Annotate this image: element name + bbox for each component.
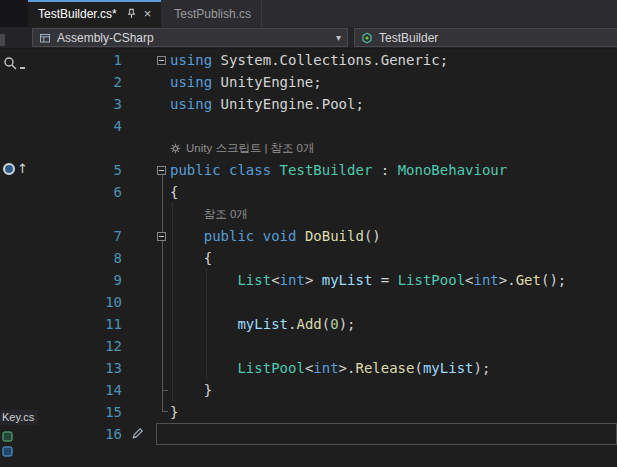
line-number[interactable]: 1	[28, 49, 128, 71]
glyph-margin	[0, 379, 28, 401]
gutter-gap	[128, 379, 156, 401]
code-line[interactable]: public class TestBuilder : MonoBehaviour	[170, 159, 617, 181]
close-icon[interactable]: ×	[144, 7, 152, 20]
glyph-margin	[0, 203, 28, 225]
glyph-margin	[0, 247, 28, 269]
line-number[interactable]: 4	[28, 115, 128, 137]
codelens-references-link[interactable]: 참조 0개	[270, 137, 314, 159]
code-row-11: 11 myList.Add(0);	[0, 313, 617, 335]
line-number[interactable]: 8	[28, 247, 128, 269]
gutter-gap	[128, 181, 156, 203]
gutter-gap	[128, 71, 156, 93]
line-body: public class TestBuilder : MonoBehaviour	[156, 159, 617, 181]
line-number[interactable]: 10	[28, 291, 128, 313]
code-row-9: 9 List<int> myList = ListPool<int>.Get()…	[0, 269, 617, 291]
glyph-margin	[0, 269, 28, 291]
line-number[interactable]: 14	[28, 379, 128, 401]
code-line[interactable]: List<int> myList = ListPool<int>.Get();	[170, 269, 617, 291]
project-name: Assembly-CSharp	[57, 31, 154, 45]
line-number[interactable]: 6	[28, 181, 128, 203]
fold-collapse-button[interactable]	[157, 56, 166, 65]
rail-doc-icon-blue[interactable]	[2, 443, 13, 461]
chevron-down-icon: ▾	[336, 32, 341, 43]
code-row-12: 12	[0, 335, 617, 357]
line-number[interactable]: 13	[28, 357, 128, 379]
code-row-7: 7 public void DoBuild()	[0, 225, 617, 247]
rail-fragment	[0, 34, 5, 46]
fold-collapse-button[interactable]	[157, 166, 166, 175]
code-line[interactable]	[170, 335, 617, 357]
code-line[interactable]: {	[170, 247, 617, 269]
code-row-3: 3using UnityEngine.Pool;	[0, 93, 617, 115]
code-line[interactable]: {	[170, 181, 617, 203]
line-number[interactable]: 11	[28, 313, 128, 335]
type-dropdown[interactable]: TestBuilder	[354, 28, 617, 47]
line-number[interactable]: 7	[28, 225, 128, 247]
outlining-margin	[156, 313, 170, 335]
code-line[interactable]: myList.Add(0);	[170, 313, 617, 335]
gutter-gap	[128, 291, 156, 313]
tab-label: TestPublish.cs	[174, 7, 251, 21]
line-number[interactable]: 3	[28, 93, 128, 115]
project-dropdown[interactable]: Assembly-CSharp ▾	[32, 28, 348, 47]
line-body: {	[156, 247, 617, 269]
outlining-margin	[156, 335, 170, 357]
line-body: using System.Collections.Generic;	[156, 49, 617, 71]
glyph-margin	[0, 357, 28, 379]
outlining-margin	[156, 203, 170, 225]
code-row-13: 13 ListPool<int>.Release(myList);	[0, 357, 617, 379]
tab-testbuilder[interactable]: TestBuilder.cs* ×	[28, 0, 161, 27]
code-row-1: 1using System.Collections.Generic;	[0, 49, 617, 71]
line-number	[28, 203, 128, 225]
line-body	[156, 115, 617, 137]
code-row-5: 5public class TestBuilder : MonoBehaviou…	[0, 159, 617, 181]
caret-line	[156, 423, 617, 445]
line-number[interactable]: 2	[28, 71, 128, 93]
code-editor[interactable]: 1using System.Collections.Generic;2using…	[0, 49, 617, 467]
search-icon[interactable]	[3, 56, 25, 71]
code-line[interactable]	[170, 423, 617, 445]
fold-collapse-button[interactable]	[157, 232, 166, 241]
code-line[interactable]: }	[170, 401, 617, 423]
code-line[interactable]: }	[170, 379, 617, 401]
line-body: using UnityEngine;	[156, 71, 617, 93]
gutter-gap	[128, 313, 156, 335]
codelens-separator: |	[264, 137, 267, 159]
gutter-gap	[128, 225, 156, 247]
glyph-margin	[0, 137, 28, 159]
line-number[interactable]: 5	[28, 159, 128, 181]
tab-bar: TestBuilder.cs* × TestPublish.cs	[0, 0, 617, 27]
codelens-row: Unity 스크립트|참조 0개	[0, 137, 617, 159]
code-line[interactable]	[170, 115, 617, 137]
unity-gear-icon	[170, 143, 181, 154]
line-body: Unity 스크립트|참조 0개	[156, 137, 617, 159]
gutter-gap	[128, 203, 156, 225]
line-body	[156, 335, 617, 357]
line-number[interactable]: 16	[28, 423, 128, 445]
line-number[interactable]: 9	[28, 269, 128, 291]
line-number[interactable]: 12	[28, 335, 128, 357]
code-line[interactable]	[170, 291, 617, 313]
outlining-margin	[156, 181, 170, 203]
line-number	[28, 137, 128, 159]
code-line[interactable]: using UnityEngine.Pool;	[170, 93, 617, 115]
code-row-2: 2using UnityEngine;	[0, 71, 617, 93]
code-line[interactable]: ListPool<int>.Release(myList);	[170, 357, 617, 379]
type-name: TestBuilder	[379, 31, 438, 45]
code-line[interactable]: public void DoBuild()	[170, 225, 617, 247]
outlining-margin	[156, 225, 170, 247]
circle-icon	[3, 163, 15, 175]
line-body: myList.Add(0);	[156, 313, 617, 335]
codelens-references-link[interactable]: 참조 0개	[204, 203, 248, 225]
tab-testpublish[interactable]: TestPublish.cs	[164, 0, 262, 27]
rail-file-tab[interactable]: Key.cs	[0, 410, 38, 425]
code-row-16: 16	[0, 423, 617, 445]
line-number[interactable]: 15	[28, 401, 128, 423]
code-line[interactable]: using UnityEngine;	[170, 71, 617, 93]
gutter-gap	[128, 357, 156, 379]
glyph-margin	[0, 335, 28, 357]
gutter-gap	[128, 93, 156, 115]
code-line[interactable]: using System.Collections.Generic;	[170, 49, 617, 71]
pin-icon[interactable]	[126, 8, 137, 19]
class-icon	[361, 32, 373, 44]
